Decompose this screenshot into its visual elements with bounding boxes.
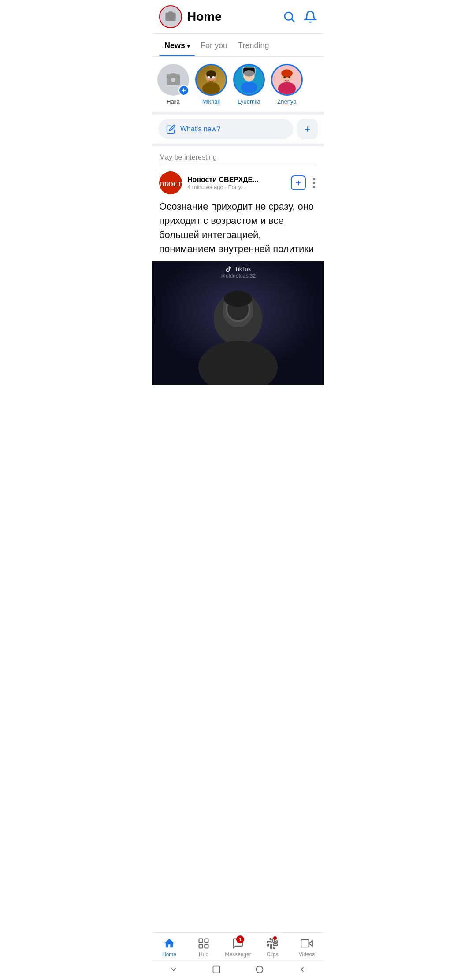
plus-icon: [294, 179, 302, 187]
whats-new-label: What's new?: [180, 125, 220, 133]
svg-line-1: [292, 19, 295, 22]
page-title: Home: [187, 10, 283, 24]
story-name-zhenya: Zhenya: [277, 98, 296, 105]
more-options-button[interactable]: [311, 176, 317, 190]
dot: [313, 186, 315, 188]
story-image-zhenya: [272, 64, 301, 96]
post-actions: [291, 175, 317, 190]
story-zhenya[interactable]: Zhenya: [271, 64, 303, 105]
svg-point-6: [208, 76, 210, 79]
svg-point-26: [173, 185, 180, 192]
post-header: 1 Новости СВЕРХДЕ... 4 minutes ago · For…: [152, 165, 324, 198]
svg-point-0: [285, 12, 293, 20]
post-add-button[interactable]: +: [298, 119, 318, 139]
story-avatar-zhenya: [271, 64, 303, 96]
story-add-button[interactable]: +: [178, 85, 189, 96]
user-avatar[interactable]: [159, 5, 182, 28]
camera-icon: [165, 72, 181, 88]
video-background: TikTok @oldnetcast32: [152, 261, 324, 385]
post-text: Осознание приходит не сразу, оно приходи…: [152, 198, 324, 261]
svg-point-7: [212, 76, 215, 79]
tabs-bar: News▾ For you Trending: [152, 34, 324, 57]
search-icon[interactable]: [283, 10, 296, 23]
tiktok-watermark: TikTok: [225, 266, 251, 273]
news-logo: 1: [159, 171, 182, 194]
dot: [313, 182, 315, 184]
post-meta: 4 minutes ago · For y...: [187, 184, 286, 190]
story-avatar-mikhail: [195, 64, 227, 96]
story-lyudmila[interactable]: Lyudmila: [233, 64, 265, 105]
tiktok-text: TikTok: [234, 266, 251, 272]
svg-point-21: [288, 76, 290, 78]
svg-rect-25: [163, 184, 173, 186]
header-actions: [283, 10, 317, 23]
story-image-lyudmila: [234, 64, 264, 96]
post-creation-bar: What's new? +: [152, 115, 324, 146]
svg-point-3: [202, 82, 220, 95]
post-author-avatar[interactable]: 1: [159, 171, 182, 194]
whats-new-button[interactable]: What's new?: [158, 119, 293, 139]
follow-button[interactable]: [291, 175, 306, 190]
svg-text:1: 1: [175, 186, 178, 191]
tab-for-you[interactable]: For you: [195, 34, 233, 56]
svg-point-19: [281, 69, 293, 77]
story-name-mikhail: Mikhail: [202, 98, 220, 105]
dot: [313, 178, 315, 180]
svg-point-14: [244, 70, 254, 77]
video-scene: [152, 261, 324, 385]
post-card: 1 Новости СВЕРХДЕ... 4 minutes ago · For…: [152, 165, 324, 385]
username-watermark: @oldnetcast32: [220, 273, 256, 279]
story-name-halla: Halla: [167, 98, 180, 105]
svg-point-22: [159, 171, 182, 194]
story-self[interactable]: + Halla: [157, 64, 189, 105]
story-avatar-lyudmila: [233, 64, 265, 96]
tab-arrow: ▾: [187, 42, 190, 49]
svg-point-17: [278, 82, 296, 95]
section-label: May be interesting: [152, 146, 324, 165]
svg-point-36: [224, 291, 252, 307]
camera-icon: [164, 11, 177, 23]
story-mikhail[interactable]: Mikhail: [195, 64, 227, 105]
post-author-info: Новости СВЕРХДЕ... 4 minutes ago · For y…: [187, 176, 286, 190]
post-author-name: Новости СВЕРХДЕ...: [187, 176, 286, 184]
edit-icon: [166, 124, 176, 134]
svg-rect-23: [163, 176, 178, 178]
svg-rect-24: [163, 180, 178, 182]
tiktok-icon: [225, 266, 232, 273]
notification-icon[interactable]: [304, 10, 317, 23]
tab-trending[interactable]: Trending: [233, 34, 274, 56]
story-name-lyudmila: Lyudmila: [238, 98, 260, 105]
app-header: Home: [152, 0, 324, 34]
stories-row: + Halla Mikhail: [152, 57, 324, 115]
svg-point-20: [283, 76, 286, 78]
svg-point-10: [241, 82, 257, 93]
story-image-mikhail: [197, 64, 226, 96]
post-video-thumbnail[interactable]: TikTok @oldnetcast32: [152, 261, 324, 385]
tab-news[interactable]: News▾: [159, 34, 195, 56]
